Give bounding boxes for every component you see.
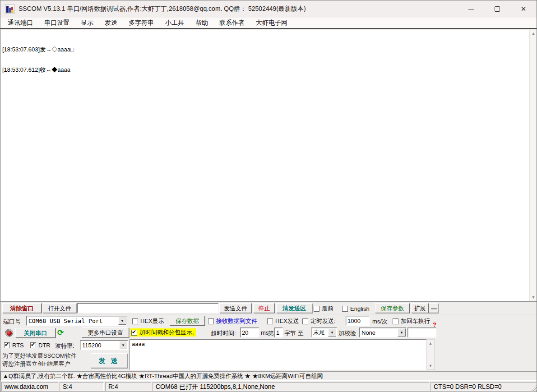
send-area-scrollbar[interactable]: ▲ ▼ — [426, 339, 435, 370]
port-select[interactable]: COM68 USB Serial Port ▼ — [26, 316, 127, 326]
send-file-button[interactable]: 发送文件 — [219, 303, 252, 313]
scroll-up-icon[interactable]: ▲ — [530, 31, 537, 36]
clear-send-area-button[interactable]: 清发送区 — [276, 303, 312, 313]
checkbox-box — [393, 318, 398, 324]
menu-display[interactable]: 显示 — [77, 18, 97, 28]
promo-line: 请您注册嘉立创F结尾客户 — [2, 360, 77, 368]
save-data-button[interactable]: 保存数据 — [170, 316, 205, 326]
led-core — [7, 331, 12, 336]
menu-help[interactable]: 帮助 — [191, 18, 212, 28]
status-signals: CTS=0 DSR=0 RLSD=0 — [431, 382, 537, 391]
checkbox-label: 最前 — [322, 304, 333, 313]
scroll-down-icon[interactable]: ▼ — [530, 295, 537, 300]
menu-serial-settings[interactable]: 串口设置 — [40, 18, 74, 28]
byte-from-input[interactable] — [274, 327, 283, 337]
checkbox-label: HEX显示 — [140, 317, 164, 325]
menu-contact-author[interactable]: 联系作者 — [215, 18, 249, 28]
terminal-output[interactable]: [18:53:07.603]发→◇aaaa□ [18:53:07.612]收←◆… — [1, 30, 537, 301]
stop-button[interactable]: 停止 — [253, 303, 275, 313]
checkbox-box — [208, 318, 214, 324]
checksum-extra-input[interactable] — [407, 327, 436, 337]
checkbox-box — [132, 318, 138, 324]
dtr-checkbox[interactable]: DTR — [30, 341, 51, 349]
checkbox-label: 接收数据到文件 — [216, 317, 257, 325]
status-received-count: R:4 — [105, 382, 151, 391]
info-bar: ▲Q群满员了,没有第二个群. ★合宙高性价比4G模块 ★RT-Thread中国人… — [0, 371, 537, 381]
menu-multi-string[interactable]: 多字符串 — [125, 18, 158, 28]
chevron-down-icon[interactable]: ▼ — [398, 328, 406, 337]
chevron-down-icon[interactable]: ▼ — [118, 317, 126, 325]
refresh-ports-icon[interactable]: ⟳ — [57, 328, 64, 337]
maximize-button[interactable] — [484, 0, 510, 18]
save-params-button[interactable]: 保存参数 — [375, 303, 410, 313]
baud-value: 115200 — [80, 342, 119, 349]
status-website: www.daxia.com — [1, 382, 58, 391]
checkbox-label: English — [350, 305, 370, 312]
checkbox-label: HEX发送 — [275, 317, 299, 325]
checkbox-box — [302, 318, 308, 324]
chevron-down-icon[interactable]: ▼ — [328, 328, 336, 337]
status-port-info: COM68 已打开 115200bps,8,1,None,None — [153, 382, 429, 391]
port-value: COM68 USB Serial Port — [27, 318, 118, 324]
byte-to-select[interactable]: 末尾 ▼ — [311, 327, 337, 337]
byte-to-label: 字节 至 — [284, 329, 304, 337]
timeout-unit-label: ms — [261, 329, 268, 336]
checkbox-box — [267, 318, 273, 324]
send-button[interactable]: 发 送 — [91, 353, 127, 368]
checkbox-box — [342, 306, 348, 312]
checkbox-label: 定时发送: — [310, 317, 336, 325]
minimize-icon — [468, 9, 474, 9]
menu-daxia-site[interactable]: 大虾电子网 — [252, 18, 292, 28]
checksum-value: None — [360, 329, 397, 336]
menu-tools[interactable]: 小工具 — [161, 18, 188, 28]
checkbox-box — [131, 330, 137, 336]
rts-checkbox[interactable]: RTS — [4, 341, 24, 349]
checksum-select[interactable]: None ▼ — [359, 327, 407, 337]
checkbox-box — [314, 306, 319, 312]
english-checkbox[interactable]: English — [342, 304, 370, 313]
close-button[interactable]: ✕ — [510, 0, 537, 18]
terminal-line: [18:53:07.603]发→◇aaaa□ — [2, 46, 536, 53]
timestamp-split-checkbox[interactable]: 加时间戳和分包显示, — [130, 328, 196, 337]
scroll-up-icon[interactable]: ▲ — [427, 341, 434, 346]
timeout-label: 超时时间: — [211, 329, 236, 337]
port-status-led-icon — [5, 329, 13, 337]
app-icon — [5, 4, 15, 14]
menu-send[interactable]: 发送 — [101, 18, 121, 28]
terminal-line: [18:53:07.612]收←◆aaaa — [2, 66, 536, 73]
menu-comm-port[interactable]: 通讯端口 — [4, 18, 37, 28]
receive-to-file-checkbox[interactable]: 接收数据到文件 — [208, 317, 257, 325]
more-serial-settings-button[interactable]: 更多串口设置 — [82, 327, 129, 337]
hex-display-checkbox[interactable]: HEX显示 — [132, 317, 164, 325]
file-path-input[interactable] — [77, 303, 218, 313]
menu-bar: 通讯端口 串口设置 显示 发送 多字符串 小工具 帮助 联系作者 大虾电子网 — [0, 18, 537, 29]
minimize-button[interactable] — [458, 0, 484, 18]
close-icon: ✕ — [521, 5, 527, 13]
chevron-down-icon[interactable]: ▼ — [119, 341, 127, 349]
byte-from-label: 第 — [268, 329, 274, 337]
checkbox-label: 加时间戳和分包显示, — [139, 328, 194, 337]
add-crlf-checkbox[interactable]: 加回车换行 — [393, 317, 430, 325]
scroll-down-icon[interactable]: ▼ — [427, 364, 434, 368]
timeout-input[interactable] — [240, 327, 259, 337]
extend-button[interactable]: 扩展 — [411, 303, 429, 313]
hex-send-checkbox[interactable]: HEX发送 — [267, 317, 299, 325]
send-input-area[interactable]: aaaa — [130, 339, 426, 370]
divider — [0, 314, 537, 315]
open-file-button[interactable]: 打开文件 — [43, 303, 76, 313]
collapse-button[interactable]: — — [429, 303, 438, 313]
port-label: 端口号 — [3, 318, 21, 326]
checkbox-label: DTR — [38, 342, 51, 349]
clear-window-button[interactable]: 清除窗口 — [2, 303, 42, 313]
timed-send-checkbox[interactable]: 定时发送: — [302, 317, 336, 325]
help-question-link[interactable]: ? — [433, 321, 436, 328]
interval-input[interactable] — [346, 316, 370, 326]
topmost-checkbox[interactable]: 最前 — [314, 304, 333, 313]
promo-line: 为了更好地发展SSCOM软件 — [2, 352, 77, 360]
close-port-button[interactable]: 关闭串口 — [15, 328, 56, 338]
baud-select[interactable]: 115200 ▼ — [80, 340, 128, 350]
status-bar: www.daxia.com S:4 R:4 COM68 已打开 115200bp… — [0, 381, 537, 392]
checkbox-label: 加回车换行 — [401, 317, 430, 325]
terminal-scrollbar[interactable]: ▲ ▼ — [529, 30, 537, 301]
promo-links[interactable]: ▲Q群满员了,没有第二个群. ★合宙高性价比4G模块 ★RT-Thread中国人… — [1, 372, 323, 380]
